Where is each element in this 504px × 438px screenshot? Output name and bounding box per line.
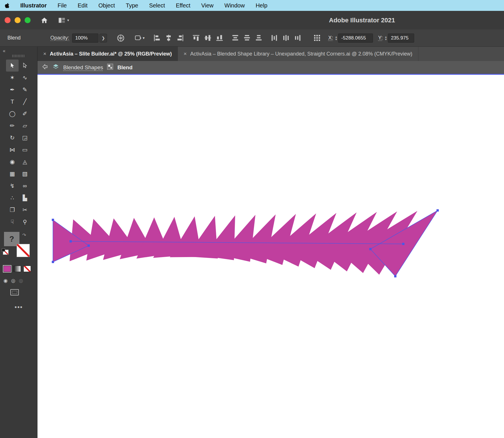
x-input[interactable]: -5288.0655 [338, 33, 373, 43]
line-segment-tool[interactable]: ╱ [19, 96, 31, 108]
align-horizontal-group [153, 34, 184, 42]
draw-behind-icon[interactable]: ◎ [11, 278, 15, 284]
x-stepper[interactable]: ▴▾ [336, 35, 337, 41]
edit-toolbar-icon[interactable]: ••• [0, 303, 37, 311]
opacity-label[interactable]: Opacity: [50, 35, 69, 41]
ellipse-tool[interactable]: ◯ [6, 108, 19, 120]
breadcrumb-layer-link[interactable]: Blended Shapes [63, 64, 103, 71]
vertical-distribute-center-icon[interactable] [243, 34, 251, 42]
stroke-proxy-none[interactable] [17, 244, 30, 257]
x-label[interactable]: X: [328, 35, 333, 41]
canvas-area[interactable] [37, 75, 504, 438]
gradient-tool[interactable]: ▧ [19, 168, 31, 180]
illustrator-window: Illustrator File Edit Object Type Select… [0, 0, 504, 438]
align-horizontal-left-icon[interactable] [153, 34, 160, 42]
home-icon[interactable] [41, 17, 48, 23]
tab-label: ActivAsia – Slite Builder.ai* @ 25% (RGB… [50, 51, 172, 57]
y-label[interactable]: Y: [378, 35, 383, 41]
stepper-down-icon[interactable]: ▾ [336, 38, 337, 41]
mesh-tool[interactable]: ▦ [6, 168, 19, 180]
lasso-tool[interactable]: ∿ [19, 72, 31, 84]
minimize-button[interactable] [15, 17, 21, 23]
scale-tool[interactable]: ◲ [19, 132, 31, 144]
vertical-align-top-icon[interactable] [193, 34, 200, 42]
menu-item-select[interactable]: Select [149, 2, 165, 9]
draw-inside-icon[interactable]: ◎ [19, 278, 23, 284]
swap-fill-stroke-icon[interactable]: ↷ [22, 232, 26, 238]
perspective-grid-tool[interactable]: ◬ [19, 156, 31, 168]
free-transform-tool[interactable]: ▭ [19, 144, 31, 156]
document-tabs-bar: × ActivAsia – Slite Builder.ai* @ 25% (R… [37, 47, 504, 61]
close-tab-icon[interactable]: × [43, 51, 46, 57]
apple-menu-icon[interactable] [5, 3, 9, 8]
collapse-panel-icon[interactable]: « [0, 47, 37, 54]
opacity-input[interactable]: 100% [72, 33, 98, 43]
toolbar-widgets: ? ↷ ◉ ◎ ◎ ••• [0, 232, 37, 323]
eraser-tool[interactable]: ▱ [19, 120, 31, 132]
color-button[interactable] [3, 266, 11, 272]
magic-wand-tool[interactable]: ✶ [6, 72, 19, 84]
zoom-tool[interactable]: ⚲ [19, 216, 31, 228]
curvature-tool[interactable]: ✎ [19, 84, 31, 96]
reference-point-icon[interactable] [313, 34, 321, 42]
tab-document-1[interactable]: × ActivAsia – Slite Builder.ai* @ 25% (R… [37, 47, 178, 61]
direct-selection-tool[interactable] [19, 60, 31, 72]
align-horizontal-center-icon[interactable] [165, 34, 172, 42]
blend-tool[interactable]: ∞ [19, 180, 31, 192]
close-button[interactable] [5, 17, 11, 23]
artboard-options-icon[interactable]: ▾ [134, 35, 145, 42]
menu-item-edit[interactable]: Edit [78, 2, 87, 9]
type-tool[interactable]: T [6, 96, 19, 108]
rotate-tool[interactable]: ↻ [6, 132, 19, 144]
menu-item-help[interactable]: Help [256, 2, 267, 9]
pen-tool[interactable]: ✒ [6, 84, 19, 96]
blend-shape-artwork[interactable] [37, 75, 504, 438]
artboard-tool[interactable]: ❐ [6, 204, 19, 216]
horizontal-distribute-left-icon[interactable] [271, 34, 278, 42]
close-tab-icon[interactable]: × [184, 51, 187, 57]
tab-document-2[interactable]: × ActivAsia – Blended Shape Library – Un… [178, 47, 418, 61]
horizontal-distribute-center-icon[interactable] [283, 34, 290, 42]
symbol-sprayer-tool[interactable]: ∴ [6, 192, 19, 204]
none-button[interactable] [23, 266, 31, 272]
menu-item-illustrator[interactable]: Illustrator [20, 2, 47, 9]
screen-mode-button[interactable] [10, 289, 19, 295]
paintbrush-tool[interactable]: ✐ [19, 108, 31, 120]
selection-type-label: Blend [7, 35, 50, 41]
horizontal-distribute-right-icon[interactable] [294, 34, 301, 42]
column-graph-tool[interactable]: ▙ [19, 192, 31, 204]
vertical-distribute-top-icon[interactable] [232, 34, 239, 42]
gradient-button[interactable] [13, 266, 21, 272]
eyedropper-tool[interactable]: ↯ [6, 180, 19, 192]
breadcrumb-current: Blend [117, 64, 132, 71]
align-horizontal-right-icon[interactable] [177, 34, 184, 42]
y-input[interactable]: 235.975 [388, 33, 414, 43]
shape-builder-tool[interactable]: ◉ [6, 156, 19, 168]
stepper-down-icon[interactable]: ▾ [385, 38, 387, 41]
slice-tool[interactable]: ✂ [19, 204, 31, 216]
menu-item-object[interactable]: Object [98, 2, 115, 9]
vertical-align-center-icon[interactable] [204, 34, 211, 42]
back-arrow-icon[interactable] [41, 64, 48, 71]
menu-item-window[interactable]: Window [225, 2, 245, 9]
vertical-align-bottom-icon[interactable] [216, 34, 223, 42]
zoom-button[interactable] [25, 17, 31, 23]
vertical-distribute-bottom-icon[interactable] [255, 34, 262, 42]
hand-tool[interactable]: ☟ [6, 216, 19, 228]
menu-item-view[interactable]: View [201, 2, 214, 9]
color-mode-row [3, 266, 31, 272]
workspace-switcher-icon[interactable]: ▾ [58, 17, 69, 23]
shaper-tool[interactable]: ✏ [6, 120, 19, 132]
default-fill-stroke-icon[interactable] [3, 250, 9, 255]
recolor-artwork-icon[interactable] [117, 34, 125, 42]
panel-grip[interactable] [12, 55, 25, 57]
draw-normal-icon[interactable]: ◉ [3, 278, 8, 284]
selection-tool[interactable] [6, 60, 19, 72]
menu-item-type[interactable]: Type [126, 2, 138, 9]
width-tool[interactable]: ⋈ [6, 144, 19, 156]
menu-item-effect[interactable]: Effect [176, 2, 191, 9]
menu-item-file[interactable]: File [57, 2, 67, 9]
tab-label: ActivAsia – Blended Shape Library – Unex… [190, 51, 412, 57]
y-stepper[interactable]: ▴▾ [385, 35, 387, 41]
opacity-dropdown-button[interactable]: ❯ [100, 34, 107, 42]
